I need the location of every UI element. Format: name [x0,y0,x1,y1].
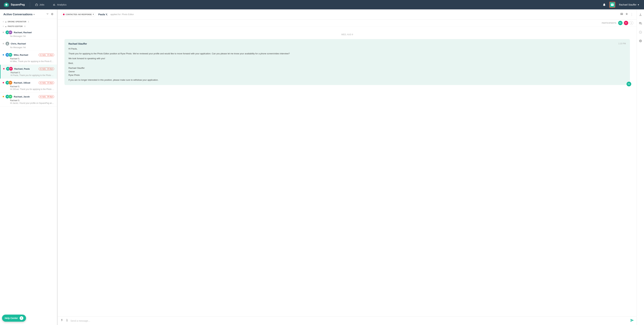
participants-bar: PARTICIPANTS: RS PY + [58,19,636,27]
avatar-1s: 1S [8,81,12,85]
conversation-rachael-jacob[interactable]: R JG Rachael, Jacob no reply · 38 days R… [0,93,57,106]
conv-sender: Rachael S. [3,85,54,88]
attachment-button[interactable] [66,319,68,323]
avatar-ry: RY [8,30,12,34]
lightning-bolt-button[interactable] [60,319,64,323]
message-line-4: Best, [68,61,626,65]
avatars: R RY [5,30,12,34]
message-line-5: Rachael StaufferOwnerRyse Photo [68,66,626,77]
message-body: Hi Paula, Thank you for applying to the … [68,47,626,82]
status-label: CONTACTED: NO RESPONSE [66,13,92,15]
date-divider: WED, AUG 9 [64,33,630,36]
group-name-drone: DRONE OPERATOR [8,21,26,23]
conversation-rachael-paula[interactable]: R PY Rachael, Paula no reply · 16 days R… [0,65,57,79]
conversation-mike-rachael[interactable]: M RS Mike, Rachael no reply · 15 days Ra… [0,51,57,65]
conv-sender: Rachael S. [3,71,54,74]
message-bubble: Rachael Stauffer 1:10 PM Hi Paula, Thank… [64,39,630,85]
sidebar-title-area: Active Conversations ▾ [3,13,34,16]
conv-name: Rachael, 192uat [14,81,37,84]
add-participant-button[interactable]: + [630,21,633,25]
avatars: R 1S [5,81,12,85]
participant-avatar-py[interactable]: PY [624,21,628,25]
more-options-btn[interactable]: ⋮ [630,12,633,16]
user-name: Rachael Stauffer [619,3,636,6]
conv-preview: Hi Jacob, I found your profile on Square… [3,102,54,104]
notification-button[interactable] [601,2,607,8]
group-toggle-icon[interactable]: ▲ [5,21,7,23]
navbar-nav: Jobs Analytics [34,2,68,7]
avatar-photo [5,41,10,46]
conv-preview: No Messages Yet [3,46,54,49]
right-panel: CONTACTED: NO RESPONSE ▾ Paula Y. applie… [58,9,644,325]
nav-item-jobs[interactable]: Jobs [34,2,46,7]
settings-button[interactable] [51,13,54,16]
chat-bubble-icon-btn[interactable] [638,21,643,26]
messages-button[interactable] [609,2,615,8]
info-icon-btn[interactable] [638,38,643,44]
status-caret-icon: ▾ [93,13,94,15]
sidebar-title-caret-icon[interactable]: ▾ [34,13,34,15]
clock-icon-btn[interactable] [638,29,643,35]
status-pill[interactable]: CONTACTED: NO RESPONSE ▾ [61,12,96,16]
nav-analytics-label: Analytics [57,3,66,6]
group-dot [3,21,4,22]
candidate-name[interactable]: Paula Y. [98,13,108,16]
star-icon-btn[interactable] [625,12,628,16]
group-header-drone-operator: ▲ DRONE OPERATOR 1 [0,19,57,24]
conv-name: Rachael, Paula [14,68,37,70]
chat-bubble-icon [639,22,642,25]
brand-logo[interactable]: SquarePeg [3,2,25,8]
group-toggle-photo-icon[interactable]: ▲ [5,25,7,27]
no-reply-badge: no reply · 15 days [38,53,54,56]
group-count-photo: 8 [24,25,25,27]
status-dot [3,68,4,69]
sidebar-header: Active Conversations ▾ [0,9,57,19]
avatar-jg: JG [8,95,12,99]
user-menu[interactable]: Rachael Stauffer ▾ [617,2,641,7]
right-sidebar [636,9,644,325]
person-icon [639,13,642,16]
status-dot-pink [63,13,64,15]
participant-avatar-rs[interactable]: RS [618,21,622,25]
no-reply-badge: no reply · 16 days [38,67,54,70]
status-dot [3,54,4,55]
conv-name: Rachael, Jacob [14,95,37,98]
bar-chart-icon [53,3,56,6]
conversation-rachael-192uat[interactable]: R 1S Rachael, 192uat no reply · 16 days … [0,79,57,93]
mail-icon [610,3,614,6]
avatars: R JG [5,95,12,99]
svg-rect-1 [6,4,8,6]
person-icon-btn[interactable] [638,12,643,17]
conv-preview: Hi 192uat, Thank you for applying to the… [3,88,54,90]
avatars: M RS [5,53,12,57]
help-center-button[interactable]: Help Center ? [2,315,26,322]
message-input[interactable] [70,320,628,322]
briefcase-icon [35,3,38,6]
message-line-6: If you are no longer interested in this … [68,78,626,82]
send-icon [630,319,634,322]
filter-button[interactable] [46,13,49,16]
brand-name: SquarePeg [11,3,25,6]
conv-preview: Hi Mike, Thank you for applying to the P… [3,60,54,62]
info-icon [639,39,642,43]
conversation-chris-rachael[interactable]: Chris, Rachael No Messages Yet [0,39,57,51]
sidebar: Active Conversations ▾ [0,9,57,325]
send-button[interactable] [630,319,634,323]
message-header: Rachael Stauffer 1:10 PM [68,42,626,45]
conv-name: Chris, Rachael [11,42,54,45]
status-dot [3,32,4,33]
email-icon-btn[interactable] [620,12,623,16]
help-center-label: Help Center [5,317,18,320]
star-icon [625,12,628,15]
nav-divider [30,2,30,7]
group-header-photo-editor: ▲ PHOTO EDITOR 8 [0,24,57,28]
applied-for-label: applied for: Photo Editor [110,13,134,15]
chat-area: CONTACTED: NO RESPONSE ▾ Paula Y. applie… [58,9,636,325]
status-dot [3,96,4,97]
conversation-rachael-rachael[interactable]: R RY Rachael, Rachael No Messages Yet [0,28,57,39]
lightning-icon [60,319,64,322]
conv-sender: Rachael S. [3,57,54,60]
avatar-rs: RS [8,53,12,57]
nav-item-analytics[interactable]: Analytics [51,2,68,7]
help-badge: ? [20,316,23,320]
